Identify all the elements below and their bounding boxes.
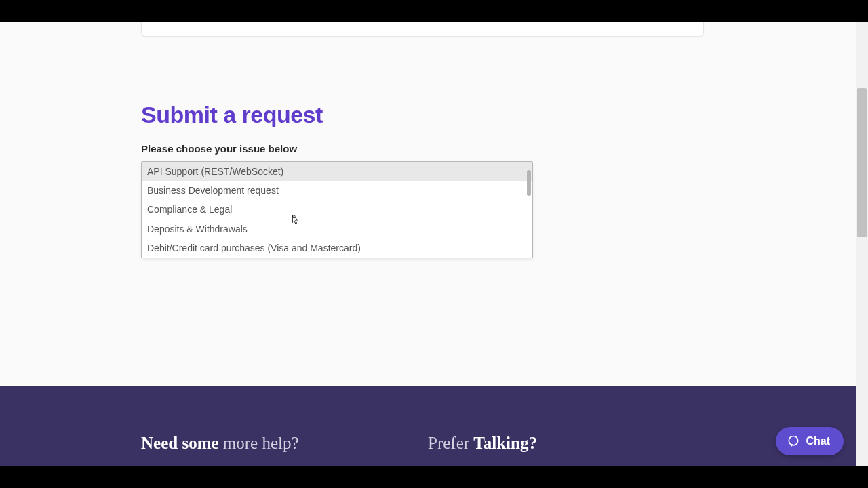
issue-field-label: Please choose your issue below: [141, 143, 704, 155]
footer-help-heading: Need some more help?: [141, 434, 428, 453]
svg-point-0: [789, 436, 798, 445]
footer-help-light: more help?: [219, 434, 299, 452]
footer-talking-heading: Prefer Talking?: [428, 434, 715, 453]
dropdown-scrollbar-thumb[interactable]: [527, 170, 531, 196]
footer-talking-light: Prefer: [428, 434, 473, 452]
footer-inner: Need some more help? Prefer Talking?: [141, 434, 715, 453]
page-title: Submit a request: [141, 102, 704, 128]
chat-button[interactable]: Chat: [776, 427, 844, 455]
dropdown-option-deposits-withdrawals[interactable]: Deposits & Withdrawals: [142, 220, 532, 239]
page-scrollbar-track[interactable]: [856, 22, 868, 466]
footer-help-bold: Need some: [141, 434, 219, 452]
dropdown-option-compliance-legal[interactable]: Compliance & Legal: [142, 200, 532, 219]
page-body: Submit a request Please choose your issu…: [0, 22, 856, 466]
letterbox-top: [0, 0, 868, 22]
page-scrollbar-thumb[interactable]: [857, 88, 867, 237]
dropdown-option-api-support[interactable]: API Support (REST/WebSocket): [142, 162, 532, 181]
footer-talking-bold: Talking?: [473, 434, 537, 452]
letterbox-bottom: [0, 466, 868, 488]
top-card-fragment: [141, 22, 704, 37]
dropdown-option-business-dev[interactable]: Business Development request: [142, 181, 532, 200]
issue-dropdown[interactable]: API Support (REST/WebSocket) Business De…: [141, 161, 533, 258]
footer: Need some more help? Prefer Talking?: [0, 386, 856, 466]
chat-icon: [787, 434, 800, 448]
chat-button-label: Chat: [806, 435, 830, 447]
dropdown-option-card-purchases[interactable]: Debit/Credit card purchases (Visa and Ma…: [142, 239, 532, 258]
main-content: Submit a request Please choose your issu…: [141, 102, 704, 258]
